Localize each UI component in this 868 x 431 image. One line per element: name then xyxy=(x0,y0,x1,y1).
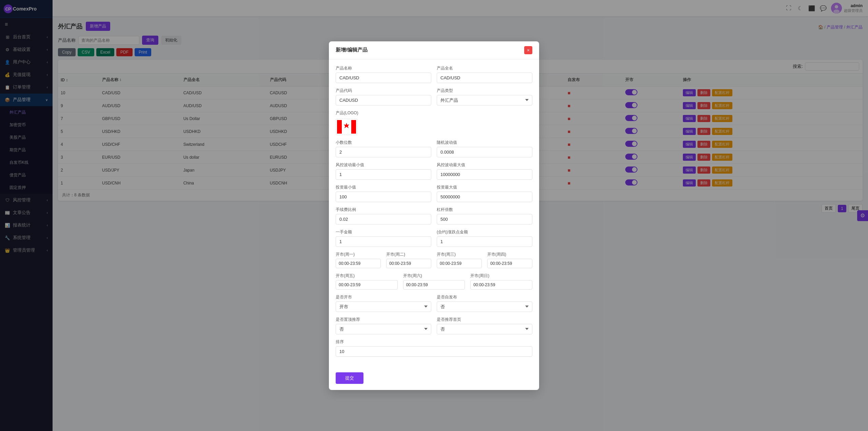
product-fullname-label: 产品全名 xyxy=(437,65,532,71)
open-mon-label: 开市(周一) xyxy=(336,252,381,257)
form-group-open-sat: 开市(周六) xyxy=(403,273,465,290)
form-group-sort: 排序 xyxy=(336,339,532,357)
logo-label: 产品(LOGO) xyxy=(336,110,532,116)
edit-product-modal: 新增/编辑产品 × 产品名称 产品全名 产品代码 xyxy=(329,41,539,390)
form-group-is-homepage: 是否推荐首页 是 否 xyxy=(437,317,532,334)
is-homepage-select[interactable]: 是 否 xyxy=(437,324,532,334)
form-row-risk: 风控波动最小值 风控波动最大值 xyxy=(336,162,532,180)
decimal-input[interactable] xyxy=(336,147,431,157)
open-wed-label: 开市(周三) xyxy=(437,252,482,257)
open-tue-label: 开市(周二) xyxy=(386,252,431,257)
form-group-invest-max: 投资最大值 xyxy=(437,184,532,202)
modal-body: 产品名称 产品全名 产品代码 产品类型 外汇产品 加密 xyxy=(329,59,539,368)
form-group-open-thu: 开市(周四) xyxy=(487,252,532,268)
contract-points-label: (合约)涨跌点金额 xyxy=(437,229,532,235)
modal-overlay: 新增/编辑产品 × 产品名称 产品全名 产品代码 xyxy=(0,0,868,431)
form-group-name: 产品名称 xyxy=(336,65,431,83)
open-mon-input[interactable] xyxy=(336,259,381,268)
lot-amount-label: 一手金额 xyxy=(336,229,431,235)
product-name-label: 产品名称 xyxy=(336,65,431,71)
open-fri-label: 开市(周五) xyxy=(336,273,398,279)
open-sun-input[interactable] xyxy=(470,280,532,290)
form-group-contract: (合约)涨跌点金额 xyxy=(437,229,532,247)
form-group-open-wed: 开市(周三) xyxy=(437,252,482,268)
sort-input[interactable] xyxy=(336,346,532,357)
form-group-is-open: 是否开市 开市 休市 xyxy=(336,294,431,312)
open-tue-input[interactable] xyxy=(386,259,431,268)
logo-preview[interactable] xyxy=(336,119,357,135)
open-sat-label: 开市(周六) xyxy=(403,273,465,279)
form-group-leverage: 杠杆倍数 xyxy=(437,207,532,224)
product-fullname-input[interactable] xyxy=(437,73,532,83)
form-row-status: 是否开市 开市 休市 是否自发布 是 否 xyxy=(336,294,532,312)
risk-min-label: 风控波动最小值 xyxy=(336,162,431,168)
form-group-open-tue: 开市(周二) xyxy=(386,252,431,268)
form-group-fee: 手续费比例 xyxy=(336,207,431,224)
product-type-label: 产品类型 xyxy=(437,88,532,94)
is-featured-select[interactable]: 是 否 xyxy=(336,324,431,334)
form-group-invest-min: 投资最小值 xyxy=(336,184,431,202)
invest-min-input[interactable] xyxy=(336,192,431,202)
contract-points-input[interactable] xyxy=(437,236,532,247)
canada-flag-icon xyxy=(337,120,356,134)
invest-max-label: 投资最大值 xyxy=(437,184,532,190)
submit-button[interactable]: 提交 xyxy=(336,372,363,384)
modal-close-btn[interactable]: × xyxy=(524,46,532,54)
invest-max-input[interactable] xyxy=(437,192,532,202)
svg-rect-5 xyxy=(337,120,342,134)
form-group-logo: 产品(LOGO) xyxy=(336,110,532,135)
fee-ratio-label: 手续费比例 xyxy=(336,207,431,213)
open-wed-input[interactable] xyxy=(437,259,482,268)
open-thu-label: 开市(周四) xyxy=(487,252,532,257)
form-row-logo: 产品(LOGO) xyxy=(336,110,532,135)
invest-min-label: 投资最小值 xyxy=(336,184,431,190)
is-published-label: 是否自发布 xyxy=(437,294,532,300)
random-fluctuation-label: 随机波动值 xyxy=(437,140,532,145)
risk-max-input[interactable] xyxy=(437,169,532,180)
open-fri-input[interactable] xyxy=(336,280,398,290)
form-group-risk-max: 风控波动最大值 xyxy=(437,162,532,180)
form-group-open-fri: 开市(周五) xyxy=(336,273,398,290)
product-code-label: 产品代码 xyxy=(336,88,431,94)
is-featured-label: 是否置顶推荐 xyxy=(336,317,431,322)
leverage-input[interactable] xyxy=(437,214,532,224)
product-type-select[interactable]: 外汇产品 加密货币 美股产品 期货产品 xyxy=(437,95,532,105)
form-row-lot: 一手金额 (合约)涨跌点金额 xyxy=(336,229,532,247)
fee-ratio-input[interactable] xyxy=(336,214,431,224)
form-group-is-published: 是否自发布 是 否 xyxy=(437,294,532,312)
risk-min-input[interactable] xyxy=(336,169,431,180)
is-open-select[interactable]: 开市 休市 xyxy=(336,301,431,312)
form-row-sort: 排序 xyxy=(336,339,532,357)
open-sun-label: 开市(周日) xyxy=(470,273,532,279)
svg-rect-7 xyxy=(351,120,356,134)
form-group-open-mon: 开市(周一) xyxy=(336,252,381,268)
form-group-type: 产品类型 外汇产品 加密货币 美股产品 期货产品 xyxy=(437,88,532,105)
form-group-code: 产品代码 xyxy=(336,88,431,105)
form-row-fee: 手续费比例 杠杆倍数 xyxy=(336,207,532,224)
form-group-fullname: 产品全名 xyxy=(437,65,532,83)
decimal-label: 小数位数 xyxy=(336,140,431,145)
form-group-risk-min: 风控波动最小值 xyxy=(336,162,431,180)
is-homepage-label: 是否推荐首页 xyxy=(437,317,532,322)
form-row-decimal: 小数位数 随机波动值 xyxy=(336,140,532,157)
form-row-invest: 投资最小值 投资最大值 xyxy=(336,184,532,202)
open-thu-input[interactable] xyxy=(487,259,532,268)
form-group-is-featured: 是否置顶推荐 是 否 xyxy=(336,317,431,334)
form-row-1: 产品名称 产品全名 xyxy=(336,65,532,83)
product-code-input[interactable] xyxy=(336,95,431,105)
modal-footer: 提交 xyxy=(329,368,539,390)
risk-max-label: 风控波动最大值 xyxy=(437,162,532,168)
open-sat-input[interactable] xyxy=(403,280,465,290)
random-fluctuation-input[interactable] xyxy=(437,147,532,157)
sort-label: 排序 xyxy=(336,339,532,345)
leverage-label: 杠杆倍数 xyxy=(437,207,532,213)
form-row-open-1: 开市(周一) 开市(周二) 开市(周三) 开市(周四) xyxy=(336,252,532,268)
is-published-select[interactable]: 是 否 xyxy=(437,301,532,312)
lot-amount-input[interactable] xyxy=(336,236,431,247)
form-group-open-sun: 开市(周日) xyxy=(470,273,532,290)
form-row-featured: 是否置顶推荐 是 否 是否推荐首页 是 否 xyxy=(336,317,532,334)
product-name-input[interactable] xyxy=(336,73,431,83)
form-row-open-2: 开市(周五) 开市(周六) 开市(周日) xyxy=(336,273,532,290)
form-group-lot: 一手金额 xyxy=(336,229,431,247)
modal-title: 新增/编辑产品 xyxy=(336,47,368,53)
